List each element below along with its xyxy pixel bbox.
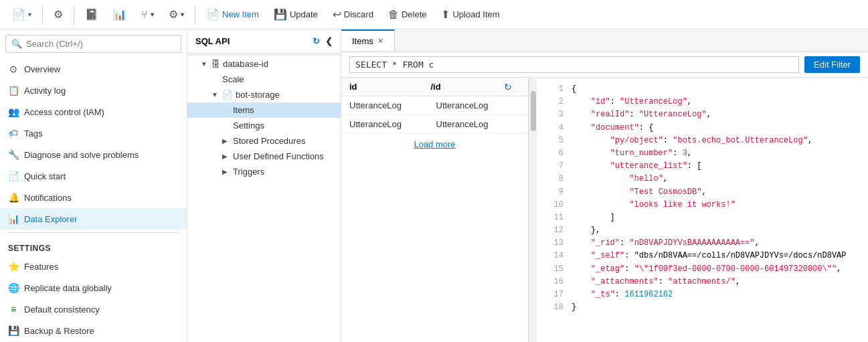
upload-icon: ⬆ (441, 8, 450, 21)
db-chevron-icon: ▼ (201, 60, 209, 68)
sidebar-item-consistency[interactable]: ≡ Default consistency (0, 298, 187, 320)
search-input[interactable] (26, 39, 175, 49)
col-rid: /id (423, 78, 505, 96)
sp-chevron-icon: ▶ (222, 137, 230, 145)
gear-icon: ⚙ (54, 8, 63, 21)
sidebar-item-data-explorer[interactable]: 📊 Data Explorer (0, 208, 187, 230)
sidebar-item-notifications[interactable]: 🔔 Notifications (0, 187, 187, 208)
col-id: id (341, 78, 423, 96)
settings-divider (8, 232, 179, 233)
json-viewer: 1{2 "id": "UtteranceLog",3 "realId": "Ut… (537, 78, 868, 342)
notifications-icon: 🔔 (8, 192, 19, 203)
sidebar-item-activity-log[interactable]: 📋 Activity log (0, 80, 187, 101)
results-refresh-icon[interactable]: ↻ (504, 82, 512, 92)
list-scrollbar[interactable] (529, 78, 537, 342)
replicate-icon: 🌐 (8, 282, 19, 293)
data-panel: SQL API ↻ ❮ ▼ 🗄 database-id Scale ▼ (187, 29, 341, 342)
udf-chevron-icon: ▶ (222, 153, 230, 160)
query-tabs: Items ✕ (341, 29, 868, 52)
json-line: 6 "turn_number": 3, (537, 147, 868, 160)
results-list: id /id ↻ UtteranceLog UtteranceLog Utter… (341, 78, 529, 342)
branch-chevron-icon: ▾ (151, 11, 154, 18)
tree-database[interactable]: ▼ 🗄 database-id (187, 56, 341, 72)
table-row[interactable]: UtteranceLog UtteranceLog (341, 96, 528, 115)
tree-stored-procedures[interactable]: ▶ Stored Procedures (187, 133, 341, 149)
cell-rid: UtteranceLog (428, 115, 515, 133)
tree-items[interactable]: Items (187, 102, 341, 118)
consistency-icon: ≡ (8, 304, 19, 315)
chevron-down-icon: ▾ (28, 11, 31, 18)
new-item-btn[interactable]: 📄 New Item (199, 4, 266, 25)
data-panel-actions: ↻ ❮ (313, 36, 333, 46)
tree-triggers[interactable]: ▶ Triggers (187, 164, 341, 179)
sidebar: 🔍 ⊙ Overview 📋 Activity log 👥 Access con… (0, 29, 187, 342)
json-line: 13 "_rid": "nD8VAPJDYVsBAAAAAAAAAA==", (537, 237, 868, 250)
data-tree: ▼ 🗄 database-id Scale ▼ 📄 bot-storage It… (187, 56, 341, 342)
items-tab[interactable]: Items ✕ (341, 29, 395, 52)
edit-filter-btn[interactable]: Edit Filter (804, 56, 860, 73)
cell-id: UtteranceLog (341, 115, 428, 133)
notebook-btn[interactable]: 📓 (78, 4, 105, 25)
branch-icon: ⑂ (141, 9, 148, 21)
scrollbar-thumb (531, 91, 536, 131)
db-icon: 🗄 (211, 59, 220, 69)
json-line: 17 "_ts": 1611962162 (537, 288, 868, 301)
diagnose-icon: 🔧 (8, 149, 19, 160)
json-line: 2 "id": "UtteranceLog", (537, 96, 868, 108)
sidebar-item-diagnose[interactable]: 🔧 Diagnose and solve problems (0, 144, 187, 165)
config-icon: ⚙ (169, 8, 178, 21)
tree-settings[interactable]: Settings (187, 118, 341, 133)
sidebar-item-features[interactable]: ⭐ Features (0, 256, 187, 277)
json-line: 11 ] (537, 211, 868, 224)
json-line: 1{ (537, 83, 868, 96)
settings-btn[interactable]: ⚙ (47, 4, 70, 25)
tree-container[interactable]: ▼ 📄 bot-storage (187, 87, 341, 102)
update-btn[interactable]: 💾 Update (267, 4, 325, 25)
new-item-icon: 📄 (206, 8, 220, 21)
data-panel-header: SQL API ↻ ❮ (187, 29, 341, 54)
results-area: id /id ↻ UtteranceLog UtteranceLog Utter… (341, 78, 868, 342)
json-line: 18} (537, 301, 868, 314)
delete-icon: 🗑 (388, 9, 399, 21)
table-row[interactable]: UtteranceLog UtteranceLog (341, 115, 528, 134)
new-document-btn[interactable]: 📄 ▾ (5, 4, 38, 25)
notebook-icon: 📓 (85, 8, 98, 21)
search-box[interactable]: 🔍 (5, 35, 181, 53)
tab-close-icon[interactable]: ✕ (377, 37, 383, 46)
json-line: 9 "Test CosmosDB", (537, 186, 868, 199)
collapse-icon[interactable]: ❮ (325, 36, 333, 46)
tags-icon: 🏷 (8, 128, 19, 139)
tree-scale[interactable]: Scale (187, 72, 341, 87)
separator-2 (74, 5, 74, 24)
sidebar-item-replicate[interactable]: 🌐 Replicate data globally (0, 277, 187, 298)
branch-btn[interactable]: ⑂ ▾ (135, 5, 161, 25)
json-line: 12 }, (537, 224, 868, 237)
container-icon: 📄 (222, 90, 233, 100)
data-explorer-icon: 📊 (8, 213, 19, 224)
upload-item-btn[interactable]: ⬆ Upload Item (434, 4, 506, 25)
refresh-icon[interactable]: ↻ (313, 36, 320, 46)
tree-udf[interactable]: ▶ User Defined Functions (187, 149, 341, 164)
json-line: 15 "_etag": "\"1f00f3ed-0000-0700-0000-6… (537, 263, 868, 276)
sidebar-item-backup[interactable]: 💾 Backup & Restore (0, 320, 187, 341)
load-more-link[interactable]: Load more (341, 134, 528, 155)
table-btn[interactable]: 📊 (106, 4, 133, 25)
sidebar-item-overview[interactable]: ⊙ Overview (0, 58, 187, 80)
json-line: 5 "py/object": "bots.echo_bot.UtteranceL… (537, 135, 868, 147)
discard-icon: ↩ (333, 8, 341, 21)
json-line: 14 "_self": "dbs/nD8VAA==/colls/nD8VAPJD… (537, 250, 868, 262)
filter-input[interactable] (349, 56, 799, 73)
main-area: 🔍 ⊙ Overview 📋 Activity log 👥 Access con… (0, 29, 868, 342)
sidebar-item-tags[interactable]: 🏷 Tags (0, 122, 187, 144)
cell-id: UtteranceLog (341, 96, 428, 114)
container-chevron-icon: ▼ (211, 91, 220, 98)
delete-btn[interactable]: 🗑 Delete (381, 5, 434, 25)
query-panel: Items ✕ Edit Filter id /id ↻ UtteranceLo… (341, 29, 868, 342)
search-icon: 🔍 (11, 39, 22, 49)
json-line: 8 "hello", (537, 173, 868, 185)
discard-btn[interactable]: ↩ Discard (326, 4, 380, 25)
config-btn[interactable]: ⚙ ▾ (162, 4, 191, 25)
sidebar-item-quick-start[interactable]: 📄 Quick start (0, 165, 187, 187)
sidebar-item-access-control[interactable]: 👥 Access control (IAM) (0, 101, 187, 122)
json-line: 4 "document": { (537, 122, 868, 135)
